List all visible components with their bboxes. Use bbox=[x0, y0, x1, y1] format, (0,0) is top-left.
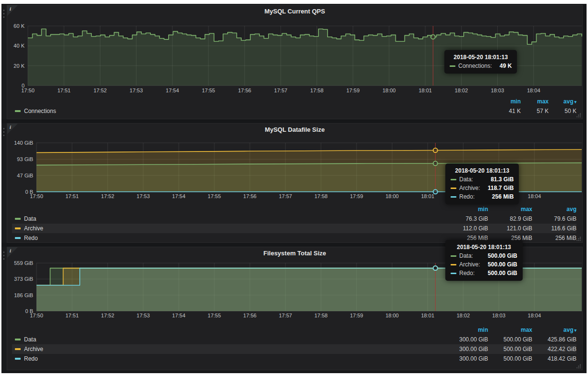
legend-series-row: Archive300.00 GiB500.00 GiB422.42 GiB bbox=[12, 344, 576, 354]
tooltip-series-value: 500.00 GiB bbox=[480, 252, 517, 259]
y-axis-tick-label: 20 K bbox=[13, 63, 24, 69]
grafana-dashboard: i MySQL Current QPS 020 K40 K60 K17:5017… bbox=[1, 4, 587, 373]
tooltip-series-value: 256 MiB bbox=[484, 193, 514, 200]
x-axis-tick-label: 18:02 bbox=[455, 88, 468, 93]
legend-sort-avg[interactable]: avg▾ bbox=[549, 98, 576, 105]
panel-resize-handle[interactable] bbox=[576, 113, 581, 118]
info-icon[interactable]: i bbox=[7, 247, 18, 258]
legend-stat-value: 112.0 GiB bbox=[444, 225, 488, 232]
x-axis-tick-label: 17:54 bbox=[172, 193, 185, 199]
graph-tooltip: 2018-05-20 18:01:13 Data:81.3 GiBArchive… bbox=[445, 163, 519, 204]
legend-stat-value: 57 K bbox=[521, 108, 549, 114]
x-axis-tick-label: 17:50 bbox=[30, 193, 43, 199]
tooltip-series-row: Redo:500.00 GiB bbox=[451, 270, 517, 276]
series-color-swatch[interactable] bbox=[15, 110, 21, 112]
tooltip-series-label: Data: bbox=[459, 176, 473, 183]
drag-dots-icon bbox=[3, 127, 5, 138]
x-axis-tick-label: 17:58 bbox=[310, 88, 324, 93]
y-axis-tick-label: 186 GiB bbox=[14, 292, 33, 298]
tooltip-series-row: Archive:118.7 GiB bbox=[451, 185, 514, 191]
y-axis-tick-label: 93 GiB bbox=[17, 156, 33, 162]
legend-sort-min[interactable]: min bbox=[493, 98, 521, 105]
x-axis-tick-label: 18:03 bbox=[491, 88, 504, 93]
x-axis-tick-label: 17:59 bbox=[346, 88, 360, 93]
legend-sort-min[interactable]: min bbox=[444, 327, 488, 333]
legend-sort-max[interactable]: max bbox=[521, 98, 549, 105]
legend-sort-min[interactable]: min bbox=[444, 206, 488, 213]
legend-sort-max[interactable]: max bbox=[488, 206, 532, 213]
drag-dots-icon bbox=[3, 251, 5, 261]
y-axis-tick-label: 40 K bbox=[13, 43, 24, 49]
x-axis-tick-label: 18:04 bbox=[528, 313, 541, 318]
x-axis-tick-label: 17:51 bbox=[65, 313, 79, 318]
legend-series-row: Connections41 K57 K50 K bbox=[12, 106, 576, 116]
x-axis-tick-label: 17:55 bbox=[208, 313, 221, 318]
tooltip-series-value: 500.00 GiB bbox=[480, 261, 517, 268]
legend-stat-value: 50 K bbox=[549, 108, 576, 114]
series-color-swatch[interactable] bbox=[15, 348, 21, 350]
tooltip-series-label: Data: bbox=[459, 252, 473, 259]
panel-title[interactable]: Filesystem Total Size bbox=[263, 247, 326, 260]
legend-stat-value: 500.00 GiB bbox=[488, 336, 532, 343]
tooltip-series-label: Connections: bbox=[458, 63, 492, 69]
tooltip-series-swatch bbox=[451, 179, 456, 180]
tooltip-series-row: Archive:500.00 GiB bbox=[451, 261, 517, 268]
x-axis-tick-label: 17:52 bbox=[94, 88, 107, 93]
tooltip-series-swatch bbox=[451, 255, 456, 257]
tooltip-series-swatch bbox=[451, 196, 456, 198]
x-axis-tick-label: 17:53 bbox=[130, 88, 143, 93]
tooltip-series-value: 500.00 GiB bbox=[480, 270, 517, 276]
panel-header: MySQL Datafile Size bbox=[7, 124, 582, 136]
legend-series-name[interactable]: Redo bbox=[24, 235, 38, 241]
panel-drag-handle[interactable] bbox=[1, 5, 7, 119]
series-color-swatch[interactable] bbox=[15, 358, 21, 360]
tooltip-series-label: Redo: bbox=[459, 193, 475, 200]
legend-series-name[interactable]: Archive bbox=[24, 346, 43, 352]
legend-stat-value: 300.00 GiB bbox=[444, 336, 488, 343]
legend-series-name[interactable]: Archive bbox=[24, 225, 43, 232]
graph-tooltip: 2018-05-20 18:01:13 Data:500.00 GiBArchi… bbox=[445, 240, 523, 281]
legend-header-row: minmaxavg▾ bbox=[12, 325, 576, 335]
x-axis-tick-label: 17:53 bbox=[136, 313, 150, 318]
x-axis-tick-label: 17:52 bbox=[101, 313, 114, 318]
legend-series-row: Redo300.00 GiB500.00 GiB418.42 GiB bbox=[12, 354, 576, 364]
info-icon[interactable]: i bbox=[7, 124, 18, 134]
series-color-swatch[interactable] bbox=[15, 339, 21, 340]
panel-title[interactable]: MySQL Current QPS bbox=[264, 5, 325, 18]
panel-resize-handle[interactable] bbox=[576, 236, 581, 241]
series-color-swatch[interactable] bbox=[15, 237, 21, 239]
tooltip-series-label: Archive: bbox=[459, 185, 480, 191]
legend-stat-value: 500.00 GiB bbox=[488, 346, 532, 352]
tooltip-series-value: 118.7 GiB bbox=[480, 185, 514, 191]
x-axis-tick-label: 18:04 bbox=[528, 193, 541, 199]
x-axis-tick-label: 18:00 bbox=[382, 88, 396, 93]
legend-stat-value: 300.00 GiB bbox=[444, 346, 488, 352]
info-icon[interactable]: i bbox=[7, 5, 18, 16]
legend-header-row: minmaxavg▾ bbox=[12, 97, 576, 106]
legend-series-name[interactable]: Connections bbox=[24, 108, 56, 114]
legend-series-name[interactable]: Data bbox=[24, 336, 36, 343]
panel-drag-handle[interactable] bbox=[1, 247, 7, 370]
tooltip-series-swatch bbox=[451, 188, 456, 189]
series-color-swatch[interactable] bbox=[15, 218, 21, 220]
legend-sort-max[interactable]: max bbox=[488, 327, 532, 333]
legend-series-row: Data300.00 GiB500.00 GiB425.86 GiB bbox=[12, 335, 576, 344]
tooltip-timestamp: 2018-05-20 18:01:13 bbox=[450, 54, 512, 61]
y-axis-tick-label: 373 GiB bbox=[14, 276, 33, 282]
legend-stat-value: 41 K bbox=[493, 108, 521, 114]
tooltip-series-swatch bbox=[451, 273, 456, 274]
legend-series-name[interactable]: Redo bbox=[24, 355, 38, 362]
x-axis-tick-label: 17:51 bbox=[65, 193, 79, 199]
x-axis-tick-label: 18:01 bbox=[418, 88, 432, 93]
panel-title[interactable]: MySQL Datafile Size bbox=[265, 124, 325, 136]
legend-sort-avg[interactable]: avg▾ bbox=[532, 327, 576, 333]
legend-series-name[interactable]: Data bbox=[24, 215, 36, 222]
sort-caret-icon: ▾ bbox=[574, 328, 576, 333]
x-axis-tick-label: 18:03 bbox=[492, 313, 506, 318]
x-axis-tick-label: 17:54 bbox=[166, 88, 179, 93]
legend: minmaxavgData76.3 GiB82.9 GiB79.6 GiBArc… bbox=[12, 204, 576, 243]
panel-drag-handle[interactable] bbox=[1, 123, 7, 243]
panel-resize-handle[interactable] bbox=[576, 364, 581, 369]
legend-sort-avg[interactable]: avg bbox=[532, 206, 576, 213]
series-color-swatch[interactable] bbox=[15, 227, 21, 229]
